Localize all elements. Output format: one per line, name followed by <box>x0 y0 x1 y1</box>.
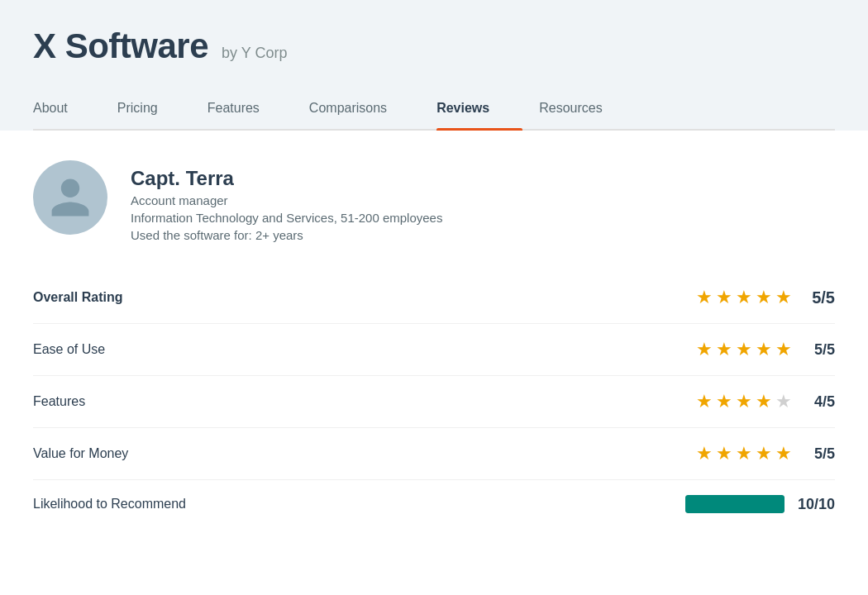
rating-row-ease: Ease of Use ★ ★ ★ ★ ★ 5/5 <box>33 324 835 376</box>
tab-reviews[interactable]: Reviews <box>436 89 522 129</box>
rating-value-ease: 5/5 <box>805 341 835 359</box>
star-2: ★ <box>716 443 732 464</box>
star-4: ★ <box>756 287 772 308</box>
tab-pricing[interactable]: Pricing <box>117 89 191 129</box>
rating-label-ease: Ease of Use <box>33 342 696 357</box>
content-area: Capt. Terra Account manager Information … <box>0 131 868 558</box>
reviewer-name: Capt. Terra <box>131 167 442 190</box>
rating-row-recommend: Likelihood to Recommend 10/10 <box>33 480 835 528</box>
reviewer-section: Capt. Terra Account manager Information … <box>33 160 835 242</box>
rating-value-value: 5/5 <box>805 445 835 463</box>
rating-label-overall: Overall Rating <box>33 290 696 305</box>
star-1: ★ <box>696 443 713 464</box>
star-1: ★ <box>696 391 713 412</box>
rating-value-recommend: 10/10 <box>798 496 835 513</box>
star-2: ★ <box>716 287 732 308</box>
title-row: X Software by Y Corp <box>33 26 835 66</box>
star-1: ★ <box>696 339 713 360</box>
avatar <box>33 160 107 235</box>
ratings-section: Overall Rating ★ ★ ★ ★ ★ 5/5 Ease of Use… <box>33 272 835 528</box>
star-4: ★ <box>756 391 772 412</box>
rating-label-features: Features <box>33 394 696 409</box>
star-3: ★ <box>736 391 752 412</box>
stars-overall: ★ ★ ★ ★ ★ <box>696 287 792 308</box>
rating-label-value: Value for Money <box>33 446 696 461</box>
star-3: ★ <box>736 443 752 464</box>
rating-row-features: Features ★ ★ ★ ★ ★ 4/5 <box>33 376 835 428</box>
rating-row-overall: Overall Rating ★ ★ ★ ★ ★ 5/5 <box>33 272 835 324</box>
rating-label-recommend: Likelihood to Recommend <box>33 497 685 512</box>
star-2: ★ <box>716 391 732 412</box>
star-3: ★ <box>736 287 752 308</box>
stars-value: ★ ★ ★ ★ ★ <box>696 443 792 464</box>
rating-value-features: 4/5 <box>805 393 835 411</box>
star-1: ★ <box>696 287 713 308</box>
progress-container: 10/10 <box>685 495 835 513</box>
reviewer-role: Account manager <box>131 193 442 207</box>
star-5: ★ <box>775 339 792 360</box>
star-2: ★ <box>716 339 732 360</box>
star-4: ★ <box>756 443 772 464</box>
app-title: X Software <box>33 26 208 66</box>
nav-tabs: About Pricing Features Comparisons Revie… <box>33 89 835 131</box>
star-5-empty: ★ <box>775 391 792 412</box>
page-wrapper: X Software by Y Corp About Pricing Featu… <box>0 0 868 595</box>
rating-row-value: Value for Money ★ ★ ★ ★ ★ 5/5 <box>33 428 835 480</box>
reviewer-company: Information Technology and Services, 51-… <box>131 211 442 225</box>
stars-features: ★ ★ ★ ★ ★ <box>696 391 792 412</box>
stars-ease: ★ ★ ★ ★ ★ <box>696 339 792 360</box>
tab-features[interactable]: Features <box>207 89 293 129</box>
rating-value-overall: 5/5 <box>805 288 835 307</box>
tab-resources[interactable]: Resources <box>539 89 635 129</box>
star-5: ★ <box>775 443 792 464</box>
star-3: ★ <box>736 339 752 360</box>
progress-bar-fill <box>685 495 785 513</box>
by-company: by Y Corp <box>222 45 287 62</box>
tab-comparisons[interactable]: Comparisons <box>309 89 420 129</box>
star-5: ★ <box>775 287 792 308</box>
tab-about[interactable]: About <box>33 89 101 129</box>
header: X Software by Y Corp About Pricing Featu… <box>0 0 868 131</box>
star-4: ★ <box>756 339 772 360</box>
user-avatar-icon <box>47 174 93 221</box>
reviewer-info: Capt. Terra Account manager Information … <box>131 160 442 242</box>
progress-bar-wrapper <box>685 495 785 513</box>
reviewer-usage: Used the software for: 2+ years <box>131 228 442 242</box>
